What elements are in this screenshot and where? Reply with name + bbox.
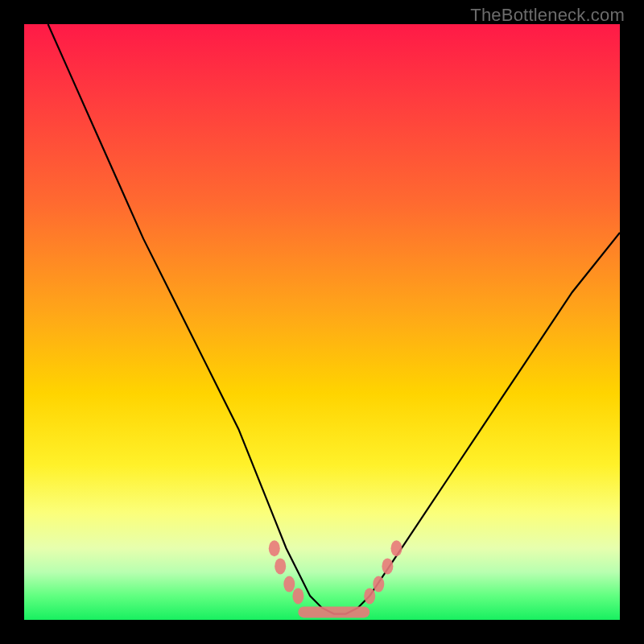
bottleneck-curve xyxy=(48,24,620,614)
curve-marker xyxy=(275,558,286,574)
curve-marker xyxy=(283,576,295,592)
curve-marker xyxy=(382,558,393,574)
marker-cluster-right xyxy=(364,540,402,604)
curve-marker xyxy=(364,588,375,604)
curve-marker xyxy=(269,540,280,556)
marker-bottom-band xyxy=(298,606,369,617)
curve-marker xyxy=(292,588,303,604)
watermark-text: TheBottleneck.com xyxy=(470,5,625,26)
chart-frame: TheBottleneck.com xyxy=(0,0,644,644)
plot-area xyxy=(24,24,620,620)
curve-marker xyxy=(373,576,384,592)
curve-marker xyxy=(391,540,402,556)
bottleneck-curve-svg xyxy=(24,24,620,620)
